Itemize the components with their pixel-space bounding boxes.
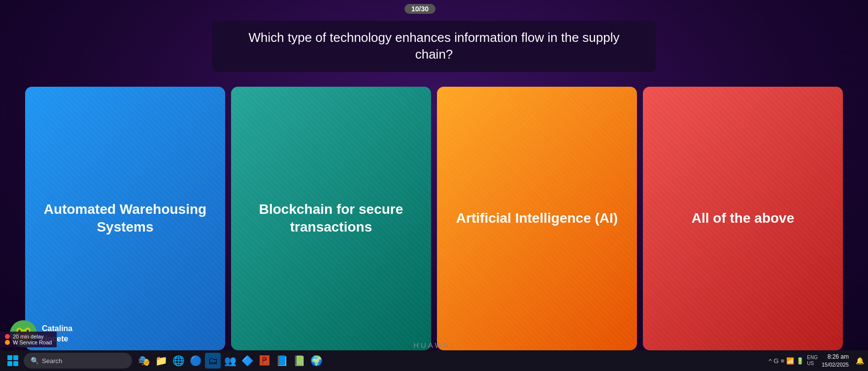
taskbar-app-store[interactable]: 🗂 (205, 353, 221, 369)
time-date: 8:26 am 15/02/2025 (822, 353, 852, 369)
notification-icon[interactable]: 🔔 (856, 357, 864, 365)
network-icon[interactable]: ≡ (781, 357, 785, 365)
answer-label-c: Artificial Intelligence (AI) (456, 209, 618, 227)
windows-logo-icon (7, 355, 18, 366)
traffic-dot-orange (5, 340, 10, 345)
traffic-dot-red (5, 334, 10, 339)
start-button[interactable] (4, 352, 22, 370)
traffic-dots (5, 334, 10, 345)
tray-icons: ^ G ≡ 📶 🔋 (768, 357, 804, 365)
current-time: 8:26 am (822, 353, 849, 361)
battery-icon[interactable]: 🔋 (796, 357, 804, 365)
progress-container: 10/30 (404, 4, 464, 16)
taskbar-app-teams[interactable]: 👥 (222, 353, 238, 369)
answers-grid: Automated Warehousing Systems Blockchain… (15, 87, 853, 350)
speaker-icon[interactable]: G (774, 357, 779, 365)
taskbar-app-word[interactable]: 📘 (274, 353, 290, 369)
taskbar-app-chrome[interactable]: 🔵 (188, 353, 203, 369)
traffic-widget: 20 min delay W Service Road (0, 332, 57, 347)
traffic-delay: 20 min delay (13, 334, 52, 339)
taskbar-app-chrome2[interactable]: 🌍 (308, 353, 324, 369)
taskbar-app-media[interactable]: 🎭 (136, 353, 152, 369)
chevron-up-icon[interactable]: ^ (768, 357, 771, 365)
wifi-icon[interactable]: 📶 (786, 357, 794, 365)
question-box: Which type of technology enhances inform… (212, 21, 656, 72)
answer-card-d[interactable]: All of the above (643, 87, 843, 350)
language-indicator: ENG US (807, 355, 818, 367)
answer-label-d: All of the above (692, 209, 794, 227)
taskbar-app-edge[interactable]: 🌐 (170, 353, 186, 369)
search-icon: 🔍 (31, 357, 39, 365)
question-text: Which type of technology enhances inform… (249, 30, 620, 62)
taskbar-app-excel[interactable]: 📗 (291, 353, 307, 369)
answer-card-a[interactable]: Automated Warehousing Systems (25, 87, 225, 350)
brand-label: HUAWEI (413, 341, 454, 349)
progress-indicator: 10/30 (404, 4, 435, 14)
taskbar: 🔍 Search 🎭 📁 🌐 🔵 🗂 👥 🔷 🅿 📘 📗 🌍 ^ G ≡ 📶 🔋… (0, 350, 868, 371)
traffic-info: 20 min delay W Service Road (13, 334, 52, 345)
current-date: 15/02/2025 (822, 361, 849, 369)
taskbar-apps: 🎭 📁 🌐 🔵 🗂 👥 🔷 🅿 📘 📗 🌍 (136, 353, 324, 369)
answer-card-c[interactable]: Artificial Intelligence (AI) (437, 87, 637, 350)
answer-label-a: Automated Warehousing Systems (35, 201, 215, 236)
answer-card-b[interactable]: Blockchain for secure transactions (231, 87, 431, 350)
tray-right: ENG US 8:26 am 15/02/2025 🔔 (807, 353, 864, 369)
search-label: Search (42, 357, 62, 365)
taskbar-app-files[interactable]: 📁 (153, 353, 169, 369)
traffic-road: W Service Road (13, 339, 52, 345)
answer-label-b: Blockchain for secure transactions (241, 201, 421, 236)
taskbar-app-powerpoint[interactable]: 🅿 (257, 353, 272, 369)
taskbar-app-ms[interactable]: 🔷 (239, 353, 255, 369)
main-content: 10/30 Which type of technology enhances … (0, 0, 868, 350)
taskbar-search[interactable]: 🔍 Search (24, 353, 132, 369)
system-tray: ^ G ≡ 📶 🔋 ENG US 8:26 am 15/02/2025 🔔 (768, 353, 864, 369)
